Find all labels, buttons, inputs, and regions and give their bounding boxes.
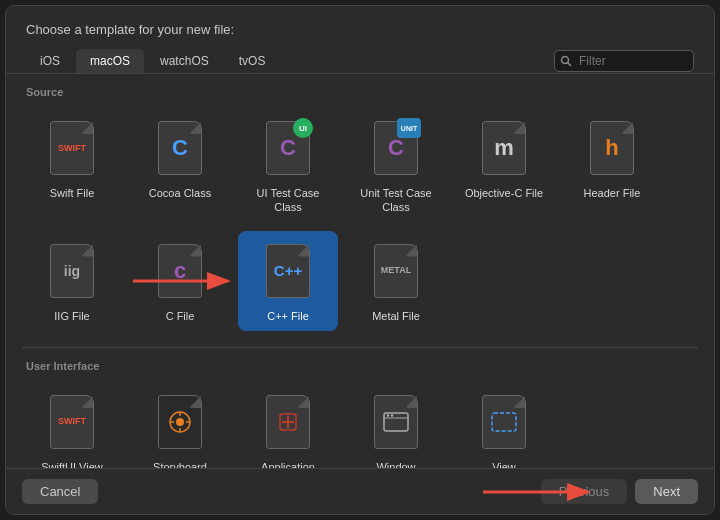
file-item-ui-test[interactable]: C UI UI Test Case Class <box>238 108 338 223</box>
swift-file-label: Swift File <box>50 186 95 200</box>
tab-tvos[interactable]: tvOS <box>225 49 280 73</box>
dialog-footer: Cancel Previous Next <box>6 468 714 514</box>
file-item-c[interactable]: c C File <box>130 231 230 331</box>
iig-file-label: IIG File <box>54 309 89 323</box>
dialog-title: Choose a template for your new file: <box>6 6 714 45</box>
file-item-unit-test[interactable]: C UNIT Unit Test Case Class <box>346 108 446 223</box>
cpp-file-label: C++ File <box>267 309 309 323</box>
source-section-label: Source <box>22 86 698 98</box>
file-item-header[interactable]: h Header File <box>562 108 662 223</box>
file-item-storyboard[interactable]: Storyboard <box>130 382 230 468</box>
ui-test-case-label: UI Test Case Class <box>244 186 332 215</box>
application-label: Application <box>261 460 315 468</box>
file-item-application[interactable]: Application <box>238 382 338 468</box>
file-item-metal[interactable]: METAL Metal File <box>346 231 446 331</box>
view-label: View <box>492 460 516 468</box>
file-item-cocoa[interactable]: C Cocoa Class <box>130 108 230 223</box>
previous-button[interactable]: Previous <box>541 479 628 504</box>
metal-file-label: Metal File <box>372 309 420 323</box>
tab-ios[interactable]: iOS <box>26 49 74 73</box>
swiftui-view-label: SwiftUI View <box>41 460 103 468</box>
section-divider <box>22 347 698 348</box>
file-item-swift[interactable]: SWIFT Swift File <box>22 108 122 223</box>
cancel-button[interactable]: Cancel <box>22 479 98 504</box>
storyboard-label: Storyboard <box>153 460 207 468</box>
objc-file-label: Objective-C File <box>465 186 543 200</box>
cocoa-class-label: Cocoa Class <box>149 186 211 200</box>
file-item-window[interactable]: Window <box>346 382 446 468</box>
file-item-view[interactable]: View <box>454 382 554 468</box>
platform-tabs-row: iOS macOS watchOS tvOS <box>6 45 714 74</box>
filter-input[interactable] <box>554 50 694 72</box>
next-button[interactable]: Next <box>635 479 698 504</box>
content-area: Source SWIFT Swift File C Cocoa Class <box>6 74 714 468</box>
window-label: Window <box>376 460 415 468</box>
file-item-iig[interactable]: iig IIG File <box>22 231 122 331</box>
tab-watchos[interactable]: watchOS <box>146 49 223 73</box>
c-file-label: C File <box>166 309 195 323</box>
header-file-label: Header File <box>584 186 641 200</box>
ui-items-grid: SWIFT SwiftUI View <box>22 382 698 468</box>
svg-point-16 <box>391 414 393 416</box>
user-interface-section-label: User Interface <box>22 360 698 372</box>
source-items-grid: SWIFT Swift File C Cocoa Class C <box>22 108 698 331</box>
svg-point-5 <box>176 418 184 426</box>
filter-container <box>554 50 694 72</box>
tab-macos[interactable]: macOS <box>76 49 144 73</box>
file-item-cpp[interactable]: C++ C++ File <box>238 231 338 331</box>
svg-point-15 <box>387 414 389 416</box>
template-chooser-dialog: Choose a template for your new file: iOS… <box>5 5 715 515</box>
svg-rect-17 <box>492 413 516 431</box>
file-item-swiftui[interactable]: SWIFT SwiftUI View <box>22 382 122 468</box>
file-item-objc[interactable]: m Objective-C File <box>454 108 554 223</box>
unit-test-case-label: Unit Test Case Class <box>352 186 440 215</box>
